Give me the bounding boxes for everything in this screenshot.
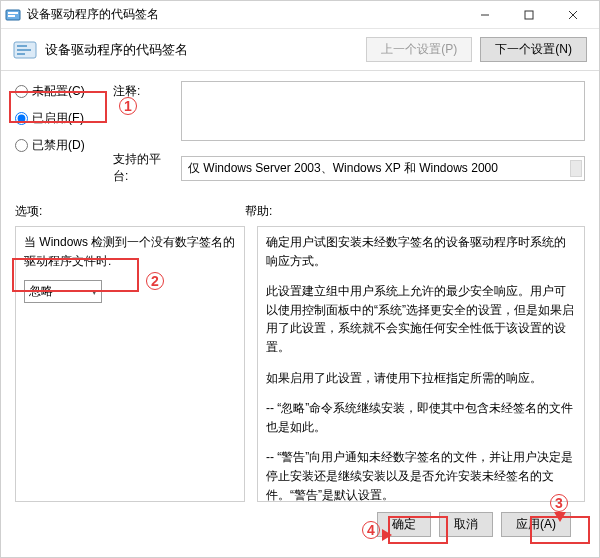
policy-icon	[13, 40, 37, 60]
content-area: 未配置(C) 已启用(E) 已禁用(D) 注释: 支持的平台:	[1, 71, 599, 557]
maximize-button[interactable]	[507, 1, 551, 29]
help-paragraph: 确定用户试图安装未经数字签名的设备驱动程序时系统的响应方式。	[266, 233, 576, 270]
help-panel: 确定用户试图安装未经数字签名的设备驱动程序时系统的响应方式。 此设置建立组中用户…	[257, 226, 585, 502]
footer: 确定 取消 应用(A)	[15, 502, 585, 549]
svg-rect-9	[17, 49, 31, 51]
subheader: 设备驱动程序的代码签名 上一个设置(P) 下一个设置(N)	[1, 29, 599, 71]
annotation-arrow-4	[382, 529, 392, 541]
comment-label: 注释:	[113, 81, 175, 100]
window-title: 设备驱动程序的代码签名	[27, 6, 463, 23]
platforms-box: 仅 Windows Server 2003、Windows XP 和 Windo…	[181, 156, 585, 181]
annotation-box-4	[388, 516, 448, 544]
minimize-button[interactable]	[463, 1, 507, 29]
annotation-num-4: 4	[362, 521, 380, 539]
annotation-box-1	[9, 91, 107, 123]
comment-textarea[interactable]	[181, 81, 585, 141]
close-button[interactable]	[551, 1, 595, 29]
help-paragraph: -- “忽略”命令系统继续安装，即使其中包含未经签名的文件也是如此。	[266, 399, 576, 436]
help-paragraph: -- “警告”向用户通知未经数字签名的文件，并让用户决定是停止安装还是继续安装以…	[266, 448, 576, 502]
platforms-value: 仅 Windows Server 2003、Windows XP 和 Windo…	[188, 161, 498, 175]
options-section-label: 选项:	[15, 203, 245, 220]
previous-setting-button: 上一个设置(P)	[366, 37, 472, 62]
platforms-scrollbar[interactable]	[570, 160, 582, 177]
help-paragraph: 此设置建立组中用户系统上允许的最少安全响应。用户可以使用控制面板中的“系统”选择…	[266, 282, 576, 356]
svg-rect-1	[8, 12, 18, 14]
annotation-box-2	[12, 258, 139, 292]
help-paragraph: 如果启用了此设置，请使用下拉框指定所需的响应。	[266, 369, 576, 388]
platforms-label: 支持的平台:	[113, 151, 175, 185]
annotation-num-1: 1	[119, 97, 137, 115]
subheader-title: 设备驱动程序的代码签名	[45, 41, 358, 59]
annotation-arrow-3	[554, 512, 566, 522]
radio-disabled[interactable]: 已禁用(D)	[15, 137, 103, 154]
annotation-num-3: 3	[550, 494, 568, 512]
svg-rect-2	[8, 15, 15, 17]
svg-rect-4	[525, 11, 533, 19]
radio-disabled-label: 已禁用(D)	[32, 137, 85, 154]
svg-rect-8	[17, 45, 27, 47]
radio-disabled-input[interactable]	[15, 139, 28, 152]
annotation-num-2: 2	[146, 272, 164, 290]
titlebar: 设备驱动程序的代码签名	[1, 1, 599, 29]
svg-rect-10	[17, 53, 25, 55]
help-section-label: 帮助:	[245, 203, 585, 220]
app-icon	[5, 7, 21, 23]
next-setting-button[interactable]: 下一个设置(N)	[480, 37, 587, 62]
